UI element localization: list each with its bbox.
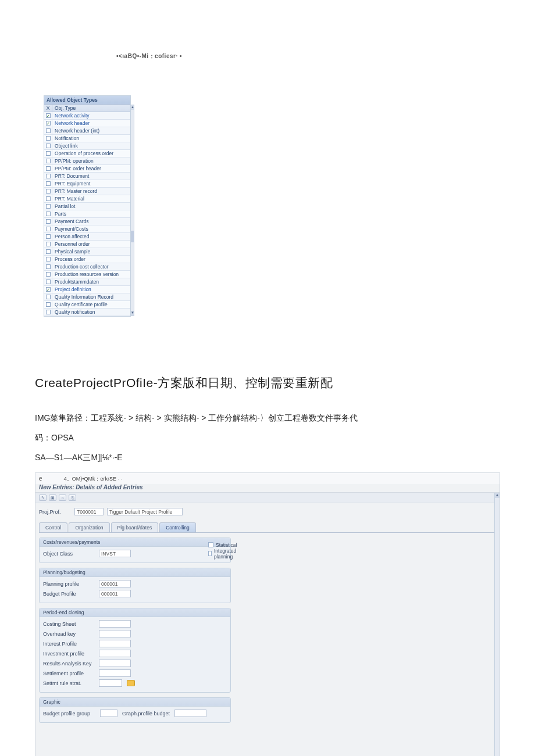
table-row[interactable]: Parts xyxy=(44,210,130,218)
budget-profile-input[interactable] xyxy=(99,590,131,597)
table-row[interactable]: Personnel order xyxy=(44,241,130,248)
table-row[interactable]: Payment/Costs xyxy=(44,225,130,233)
table-row[interactable]: Produktstammdaten xyxy=(44,278,130,286)
tab-organization[interactable]: Organization xyxy=(69,522,109,532)
checkbox[interactable] xyxy=(46,159,51,163)
proj-prof-desc-input[interactable] xyxy=(107,508,183,515)
row-label: Quality certificate profile xyxy=(52,302,130,307)
checkbox[interactable] xyxy=(46,174,51,178)
table-row[interactable]: Person affected xyxy=(44,233,130,241)
table-row[interactable]: Partial lot xyxy=(44,203,130,210)
checkbox[interactable] xyxy=(46,234,51,239)
settlement-profile-input[interactable] xyxy=(99,669,131,677)
investment-profile-label: Investment profile xyxy=(43,651,95,657)
investment-profile-input[interactable] xyxy=(99,650,131,657)
toolbar-icon[interactable]: ▣ xyxy=(49,495,56,501)
overhead-key-input[interactable] xyxy=(99,630,131,637)
checkbox[interactable] xyxy=(46,212,51,216)
row-label: PRT: Master record xyxy=(52,188,130,194)
settmt-rule-label: Settmt rule strat. xyxy=(43,680,95,686)
proj-prof-input[interactable] xyxy=(74,508,104,515)
scrollbar[interactable]: ▲ ▼ xyxy=(130,105,134,316)
object-class-input[interactable] xyxy=(99,550,131,557)
table-row[interactable]: Object link xyxy=(44,142,130,150)
checkbox[interactable] xyxy=(46,151,51,156)
row-label: Network activity xyxy=(52,113,130,119)
table-row[interactable]: ✓Network activity xyxy=(44,112,130,120)
row-label: Parts xyxy=(52,211,130,217)
toolbar-icon[interactable]: ⌂ xyxy=(59,495,66,501)
planning-profile-input[interactable] xyxy=(99,580,131,587)
checkbox[interactable] xyxy=(46,144,51,148)
checkbox[interactable] xyxy=(46,128,51,133)
toolbar-icon[interactable]: ⎘ xyxy=(69,495,76,501)
results-analysis-label: Results Analysis Key xyxy=(43,661,95,667)
statistical-label: Statistical xyxy=(216,542,237,548)
table-row[interactable]: Process order xyxy=(44,256,130,263)
checkbox[interactable] xyxy=(46,219,51,224)
budget-profile-group-input[interactable] xyxy=(100,710,117,717)
table-row[interactable]: Production resources version xyxy=(44,271,130,278)
integrated-planning-checkbox[interactable] xyxy=(208,551,212,556)
row-label: Production resources version xyxy=(52,271,130,277)
scroll-down-icon[interactable]: ▼ xyxy=(131,311,134,316)
graph-profile-budget-input[interactable] xyxy=(174,710,206,717)
img-path-text: IMG菜隼路径：工程系统- > 结构- > 实熊结构- > 工作分解结构-〉创立… xyxy=(35,410,500,426)
checkbox[interactable]: ✓ xyxy=(46,121,51,126)
table-row[interactable]: Quality notification xyxy=(44,309,130,316)
row-label: Quality Information Record xyxy=(52,294,130,300)
table-row[interactable]: PRT: Master record xyxy=(44,188,130,195)
checkbox[interactable] xyxy=(46,181,51,186)
interest-profile-input[interactable] xyxy=(99,640,131,647)
checkbox[interactable] xyxy=(46,264,51,269)
tab-control[interactable]: Control xyxy=(39,522,67,532)
value-help-icon[interactable] xyxy=(127,680,135,686)
table-row[interactable]: PP/PM: operation xyxy=(44,157,130,165)
results-analysis-input[interactable] xyxy=(99,660,131,667)
checkbox[interactable] xyxy=(46,166,51,171)
row-label: Person affected xyxy=(52,234,130,239)
table-row[interactable]: Notification xyxy=(44,135,130,142)
checkbox[interactable] xyxy=(46,136,51,141)
scrollbar[interactable]: ▲ ▼ xyxy=(494,493,500,756)
checkbox[interactable] xyxy=(46,196,51,201)
row-label: Quality notification xyxy=(52,309,130,315)
table-row[interactable]: Network header (int) xyxy=(44,127,130,135)
table-row[interactable]: Operation of process order xyxy=(44,150,130,157)
toolbar-icon[interactable]: ✎ xyxy=(39,495,47,501)
integrated-planning-label: Integrated planning xyxy=(214,548,238,560)
table-row[interactable]: Payment Cards xyxy=(44,218,130,225)
checkbox[interactable] xyxy=(46,295,51,299)
table-row[interactable]: ✓Project definition xyxy=(44,286,130,293)
settmt-rule-input[interactable] xyxy=(99,679,122,687)
checkbox[interactable] xyxy=(46,204,51,209)
costing-sheet-input[interactable] xyxy=(99,620,131,628)
table-row[interactable]: PRT: Document xyxy=(44,173,130,180)
tab-plg-board[interactable]: Plg board/dates xyxy=(111,522,159,532)
checkbox[interactable]: ✓ xyxy=(46,287,51,292)
table-row[interactable]: ✓Network header xyxy=(44,120,130,127)
tab-controlling[interactable]: Controlling xyxy=(159,522,196,532)
scroll-up-icon[interactable]: ▲ xyxy=(131,105,134,110)
checkbox[interactable] xyxy=(46,227,51,231)
overhead-key-label: Overhead key xyxy=(43,631,95,637)
table-row[interactable]: Production cost collector xyxy=(44,263,130,271)
checkbox[interactable] xyxy=(46,242,51,246)
scroll-thumb[interactable] xyxy=(131,231,134,242)
table-row[interactable]: Physical sample xyxy=(44,248,130,256)
table-row[interactable]: Quality certificate profile xyxy=(44,301,130,309)
scroll-up-icon[interactable]: ▲ xyxy=(495,493,500,498)
checkbox[interactable] xyxy=(46,302,51,307)
table-row[interactable]: Quality Information Record xyxy=(44,293,130,301)
checkbox[interactable] xyxy=(46,272,51,277)
checkbox[interactable]: ✓ xyxy=(46,113,51,118)
checkbox[interactable] xyxy=(46,280,51,284)
checkbox[interactable] xyxy=(46,310,51,314)
table-row[interactable]: PRT: Material xyxy=(44,195,130,203)
table-row[interactable]: PP/PM: order header xyxy=(44,165,130,173)
checkbox[interactable] xyxy=(46,257,51,261)
table-row[interactable]: PRT: Equipment xyxy=(44,180,130,188)
statistical-checkbox[interactable] xyxy=(208,542,213,547)
checkbox[interactable] xyxy=(46,189,51,194)
checkbox[interactable] xyxy=(46,249,51,254)
